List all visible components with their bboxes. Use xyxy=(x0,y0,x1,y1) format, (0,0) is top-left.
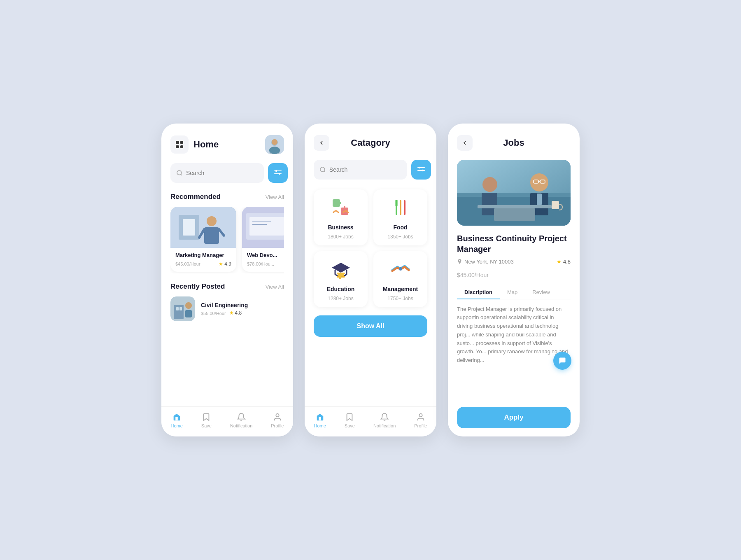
category-filter-button[interactable] xyxy=(411,160,431,180)
home-search-wrap[interactable] xyxy=(170,163,264,183)
cat-nav-home[interactable]: Home xyxy=(314,413,326,428)
apply-button[interactable]: Apply xyxy=(457,407,571,428)
filter-icon xyxy=(417,166,425,173)
home-bottom-nav: Home Save Notification Pr xyxy=(161,406,293,436)
recommended-title: Recommended xyxy=(170,193,221,201)
svg-point-50 xyxy=(419,414,422,417)
recent-view-all[interactable]: View All xyxy=(266,284,284,290)
svg-rect-53 xyxy=(457,193,571,197)
recent-item-civil[interactable]: Civil Engineering $55.00/Hour ★ 4.8 xyxy=(170,296,284,321)
cat-nav-save-label: Save xyxy=(345,423,355,428)
home-search-input[interactable] xyxy=(186,170,258,176)
home-header: Home xyxy=(170,135,284,154)
cat-nav-profile[interactable]: Profile xyxy=(414,413,427,428)
category-grid: Business 1800+ Jobs Food xyxy=(314,189,427,307)
chat-bubble-button[interactable] xyxy=(553,352,571,370)
svg-rect-63 xyxy=(494,208,535,221)
recent-rating-civil: ★ 4.8 xyxy=(229,310,242,316)
tab-map[interactable]: Map xyxy=(500,286,525,299)
svg-rect-56 xyxy=(537,194,542,205)
home-screen: Home xyxy=(161,124,293,436)
job-card-marketing[interactable]: Marketing Manager $45.00/Hour ★ 4.9 xyxy=(170,207,236,272)
job-price-detail: $45.00/Hour xyxy=(457,270,571,279)
svg-rect-30 xyxy=(185,310,192,317)
education-emoji xyxy=(330,259,352,280)
nav-notification[interactable]: Notification xyxy=(230,413,252,428)
home-filter-button[interactable] xyxy=(268,163,288,183)
job-detail-title: Business Continuity Project Manager xyxy=(457,233,571,254)
svg-point-37 xyxy=(422,170,424,171)
cat-card-food[interactable]: Food 1350+ Jobs xyxy=(373,189,427,245)
business-illustration xyxy=(170,207,236,248)
avatar-image xyxy=(265,135,284,154)
svg-rect-46 xyxy=(337,273,345,274)
management-icon xyxy=(390,259,411,282)
nav-notification-label: Notification xyxy=(230,423,252,428)
cat-count-education: 1280+ Jobs xyxy=(328,296,353,301)
show-all-button[interactable]: Show All xyxy=(314,315,427,337)
job-card-img-webdev xyxy=(242,207,284,248)
location-icon xyxy=(457,259,462,265)
cat-nav-save[interactable]: Save xyxy=(345,413,355,428)
star-icon: ★ xyxy=(557,259,562,265)
cat-count-management: 1750+ Jobs xyxy=(387,296,413,301)
cat-nav-notification-label: Notification xyxy=(373,423,396,428)
tab-review[interactable]: Review xyxy=(525,286,557,299)
search-icon xyxy=(319,166,326,173)
recent-title-civil: Civil Engineering xyxy=(201,302,284,308)
svg-point-54 xyxy=(530,173,548,191)
job-card-webdev[interactable]: Web Devo... $78.00/Hou... ★ 4.7 xyxy=(242,207,284,272)
nav-profile-label: Profile xyxy=(271,423,284,428)
svg-point-5 xyxy=(177,170,182,175)
svg-point-4 xyxy=(269,147,280,154)
save-icon xyxy=(202,413,211,422)
nav-save[interactable]: Save xyxy=(201,413,212,428)
cat-count-business: 1800+ Jobs xyxy=(328,234,353,240)
cat-card-education[interactable]: Education 1280+ Jobs xyxy=(314,251,368,307)
cat-card-business[interactable]: Business 1800+ Jobs xyxy=(314,189,368,245)
svg-rect-26 xyxy=(174,305,184,319)
management-emoji xyxy=(390,259,411,280)
jobs-header: Jobs xyxy=(457,135,571,151)
back-icon xyxy=(318,140,325,146)
job-card-title-webdev: Web Devo... xyxy=(247,252,284,258)
cat-name-business: Business xyxy=(328,224,353,231)
recommended-cards: Marketing Manager $45.00/Hour ★ 4.9 xyxy=(170,207,284,273)
nav-profile[interactable]: Profile xyxy=(271,413,284,428)
cat-name-management: Management xyxy=(383,286,418,292)
category-back-button[interactable] xyxy=(314,135,329,151)
star-icon: ★ xyxy=(219,261,223,267)
nav-home-label: Home xyxy=(170,423,182,428)
svg-point-49 xyxy=(399,267,402,271)
job-card-img-marketing xyxy=(170,207,236,248)
avatar[interactable] xyxy=(265,135,284,154)
svg-point-32 xyxy=(320,167,325,172)
recent-price-civil: $55.00/Hour xyxy=(201,310,226,316)
tab-description[interactable]: Discription xyxy=(457,286,500,299)
category-search-wrap[interactable] xyxy=(314,160,407,180)
bell-icon xyxy=(237,413,246,422)
grid-dot xyxy=(180,145,184,149)
home-search-row xyxy=(170,163,284,183)
job-location-row: New York, NY 10003 ★ 4.8 xyxy=(457,259,571,265)
job-card-body-marketing: Marketing Manager $45.00/Hour ★ 4.9 xyxy=(170,248,236,272)
svg-rect-43 xyxy=(395,200,398,206)
cat-nav-notification[interactable]: Notification xyxy=(373,413,396,428)
jobs-back-button[interactable] xyxy=(457,135,473,151)
nav-home[interactable]: Home xyxy=(170,413,182,428)
job-hero-image xyxy=(457,160,571,226)
svg-rect-48 xyxy=(339,274,341,279)
svg-rect-38 xyxy=(333,199,340,207)
category-search-input[interactable] xyxy=(329,166,401,173)
nav-save-label: Save xyxy=(201,423,212,428)
svg-point-31 xyxy=(276,414,279,417)
category-title: Catagory xyxy=(351,138,390,148)
svg-point-60 xyxy=(482,177,497,192)
recommended-view-all[interactable]: View All xyxy=(266,194,284,200)
svg-rect-15 xyxy=(204,227,219,244)
recent-meta-civil: $55.00/Hour ★ 4.8 xyxy=(201,310,284,316)
home-header-left: Home xyxy=(170,135,219,154)
recent-section-header: Recently Posted View All xyxy=(170,282,284,291)
grid-icon-button[interactable] xyxy=(170,135,189,154)
cat-card-management[interactable]: Management 1750+ Jobs xyxy=(373,251,427,307)
